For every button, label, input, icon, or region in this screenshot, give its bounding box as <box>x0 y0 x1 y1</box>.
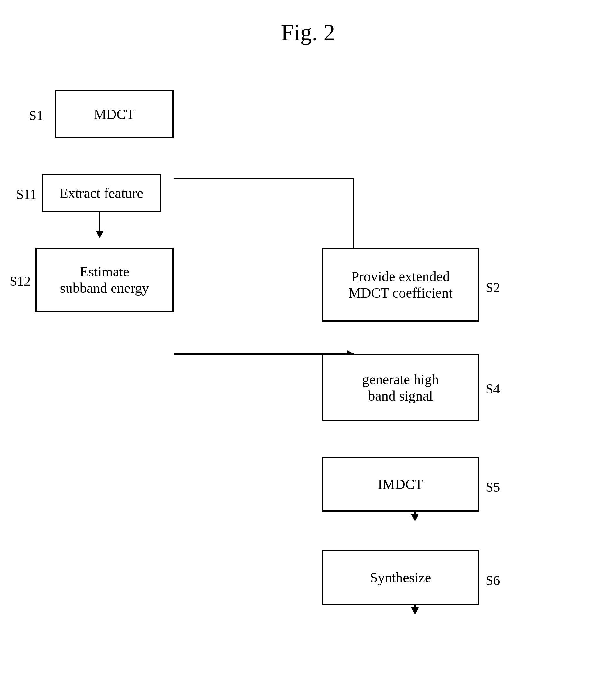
mdct-box: MDCT <box>55 90 174 138</box>
synthesize-box: Synthesize <box>322 550 479 605</box>
imdct-box: IMDCT <box>322 457 479 511</box>
svg-marker-1 <box>96 231 104 238</box>
generate-high-band-box: generate high band signal <box>322 354 479 421</box>
diagram-svg <box>0 64 616 676</box>
step-label-s1: S1 <box>29 108 43 123</box>
extract-feature-box: Extract feature <box>42 174 161 212</box>
page: Fig. 2 MDCT S1 Extract feature S11 <box>0 0 616 684</box>
provide-extended-box: Provide extended MDCT coefficient <box>322 248 479 322</box>
step-label-s5: S5 <box>486 479 500 495</box>
step-label-s4: S4 <box>486 381 500 397</box>
step-label-s6: S6 <box>486 573 500 588</box>
step-label-s12: S12 <box>10 273 30 289</box>
svg-marker-12 <box>411 514 419 521</box>
estimate-subband-box: Estimate subband energy <box>36 248 174 312</box>
step-label-s11: S11 <box>16 186 37 202</box>
figure-title: Fig. 2 <box>281 19 335 46</box>
svg-marker-14 <box>411 608 419 615</box>
step-label-s2: S2 <box>486 280 500 295</box>
